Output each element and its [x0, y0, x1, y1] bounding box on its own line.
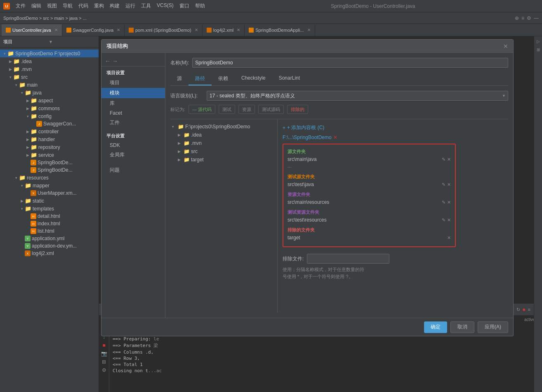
- run-restart-icon[interactable]: ↻: [516, 307, 520, 312]
- test-res-delete-icon[interactable]: ✕: [447, 217, 451, 223]
- add-content-root-btn[interactable]: + + 添加内容根 (C): [283, 124, 324, 131]
- run-filter-icon[interactable]: ≡: [528, 307, 530, 312]
- tree-item-mapper[interactable]: ▾ 📁 mapper: [0, 182, 99, 189]
- dtree-item-mvn[interactable]: ▶ 📁 .mvn: [170, 139, 277, 147]
- toolbar-icon-settings[interactable]: ⚙: [527, 15, 531, 21]
- run-stop-side-icon[interactable]: ■: [101, 342, 107, 349]
- tree-item-main[interactable]: ▾ 📁 main: [0, 81, 99, 89]
- nav-item-modules[interactable]: 模块: [101, 88, 165, 98]
- dialog-nav-forward[interactable]: →: [112, 58, 118, 64]
- menu-tools[interactable]: 工具: [139, 2, 153, 10]
- tree-item-static[interactable]: ▶ 📁 static: [0, 197, 99, 205]
- run-active-badge[interactable]: active: [524, 317, 534, 322]
- test-res-edit-icon[interactable]: ✎: [442, 217, 445, 223]
- nav-item-global-lib[interactable]: 全局库: [101, 150, 165, 160]
- dtree-item-target[interactable]: ▶ 📁 target: [170, 156, 277, 164]
- dialog-close-icon[interactable]: ✕: [503, 43, 508, 50]
- tab-swaggerconfig[interactable]: SwaggerConfig.java ✕: [62, 24, 125, 36]
- close-icon[interactable]: ✕: [307, 28, 311, 32]
- nav-item-project[interactable]: 项目: [101, 78, 165, 88]
- tree-item-appyml[interactable]: Y application.yml: [0, 235, 99, 242]
- tab-springbootapp[interactable]: SpringBootDemoAppli... ✕: [245, 24, 315, 36]
- tree-item-usermapper[interactable]: X UserMapper.xm...: [0, 189, 99, 197]
- menu-code[interactable]: 代码: [76, 2, 91, 10]
- run-camera-icon[interactable]: 📷: [101, 350, 107, 357]
- root-remove-icon[interactable]: ✕: [333, 135, 337, 140]
- tree-item-commons[interactable]: ▶ 📁 commons: [0, 104, 99, 112]
- mark-source-btn[interactable]: — 源代码: [189, 105, 215, 114]
- menu-run[interactable]: 运行: [123, 2, 138, 10]
- tree-item-mvn[interactable]: ▶ 📁 .mvn: [0, 65, 99, 73]
- nav-item-lib[interactable]: 库: [101, 98, 165, 109]
- close-icon[interactable]: ✕: [237, 28, 240, 32]
- tree-item-templates[interactable]: ▾ 📁 templates: [0, 205, 99, 213]
- content-tab-source[interactable]: 源: [170, 73, 189, 85]
- dtree-item-src[interactable]: ▶ 📁 src: [170, 147, 277, 156]
- run-fold-icon[interactable]: ⊞: [101, 359, 107, 365]
- tree-item-config[interactable]: ▾ 📁 config: [0, 112, 99, 120]
- tree-item-service[interactable]: ▶ 📁 service: [0, 151, 99, 159]
- run-settings-icon[interactable]: ⚙: [101, 367, 107, 373]
- nav-item-artifact[interactable]: 工件: [101, 118, 165, 128]
- ok-button[interactable]: 确定: [424, 321, 447, 333]
- run-stop-icon[interactable]: ■: [523, 307, 526, 312]
- tree-item-aspect[interactable]: ▶ 📁 aspect: [0, 97, 99, 104]
- tree-item-src[interactable]: ▾ 📁 src: [0, 73, 99, 81]
- menu-help[interactable]: 帮助: [193, 2, 207, 10]
- content-tab-deps[interactable]: 依赖: [212, 73, 235, 85]
- lang-level-select[interactable]: 17 - sealed 类型、始终严格的浮点语义: [207, 91, 508, 101]
- mark-resource-btn[interactable]: 资源: [238, 105, 255, 114]
- tree-item-index[interactable]: H index.html: [0, 220, 99, 227]
- tab-log4j2xml[interactable]: log4j2.xml ✕: [203, 24, 245, 36]
- menu-vcs[interactable]: VCS(S): [154, 2, 176, 10]
- source-delete-icon[interactable]: ✕: [447, 157, 451, 162]
- sidebar-dropdown[interactable]: ▾: [49, 39, 96, 45]
- menu-window[interactable]: 窗口: [177, 2, 192, 10]
- tab-usercontroller[interactable]: UserController.java ✕: [2, 24, 62, 36]
- tab-pomxml[interactable]: pom.xml (SpringBootDemo) ✕: [125, 24, 203, 36]
- name-input[interactable]: [192, 58, 508, 68]
- close-icon[interactable]: ✕: [54, 28, 58, 32]
- dialog-nav-back[interactable]: ←: [105, 58, 111, 64]
- menu-build[interactable]: 构建: [107, 2, 122, 10]
- tree-item-sbdemo2[interactable]: J SpringBootDe...: [0, 166, 99, 174]
- content-tab-path[interactable]: 路径: [189, 73, 212, 85]
- toolbar-icon-globe[interactable]: ⊕: [515, 15, 519, 21]
- menu-refactor[interactable]: 重构: [92, 2, 106, 10]
- nav-item-sdk[interactable]: SDK: [101, 141, 165, 150]
- tree-item-repository[interactable]: ▶ 📁 repository: [0, 143, 99, 151]
- right-tool-2[interactable]: ⊞: [535, 46, 542, 53]
- tree-item-resources[interactable]: ▾ 📁 resources: [0, 174, 99, 182]
- source-edit-icon[interactable]: ✎: [442, 157, 445, 162]
- content-tab-sonarlint[interactable]: SonarLint: [272, 73, 306, 85]
- tree-item-swaggercon[interactable]: J SwaggerCon...: [0, 120, 99, 128]
- nav-item-facet[interactable]: Facet: [101, 109, 165, 118]
- dtree-item-root[interactable]: ▾ 📁 F:\projects0\SpringBootDemo: [170, 123, 277, 131]
- tree-item-appdevyml[interactable]: Y application-dev.ym...: [0, 242, 99, 250]
- excluded-delete-icon[interactable]: ✕: [447, 235, 451, 241]
- test-edit-icon[interactable]: ✎: [442, 182, 445, 187]
- cancel-button[interactable]: 取消: [450, 321, 474, 333]
- apply-button[interactable]: 应用(A): [478, 321, 508, 333]
- resource-delete-icon[interactable]: ✕: [447, 200, 451, 205]
- tree-item-handler[interactable]: ▶ 📁 handler: [0, 135, 99, 143]
- mark-test-btn[interactable]: 测试: [219, 105, 235, 114]
- menu-edit[interactable]: 编辑: [29, 2, 44, 10]
- tree-item-controller[interactable]: ▶ 📁 controller: [0, 128, 99, 135]
- nav-item-problems[interactable]: 问题: [101, 165, 165, 175]
- tree-item-sbdemo1[interactable]: J SpringBootDe...: [0, 159, 99, 166]
- resource-edit-icon[interactable]: ✎: [442, 200, 445, 205]
- tree-item-java[interactable]: ▾ 📁 java: [0, 89, 99, 97]
- exclude-files-input[interactable]: [307, 254, 389, 264]
- menu-view[interactable]: 视图: [45, 2, 59, 10]
- toolbar-icon-minimize[interactable]: —: [534, 15, 539, 21]
- test-delete-icon[interactable]: ✕: [447, 182, 451, 187]
- tree-item-log4j2[interactable]: X log4j2.xml: [0, 250, 99, 257]
- toolbar-icon-list[interactable]: ≡: [521, 15, 524, 21]
- menu-file[interactable]: 文件: [13, 2, 28, 10]
- close-icon[interactable]: ✕: [195, 28, 198, 32]
- dtree-item-idea[interactable]: ▶ 📁 .idea: [170, 131, 277, 139]
- tree-item-idea[interactable]: ▶ 📁 .idea: [0, 57, 99, 65]
- tree-item-list[interactable]: H list.html: [0, 227, 99, 235]
- mark-exclude-btn[interactable]: 排除的: [287, 105, 308, 114]
